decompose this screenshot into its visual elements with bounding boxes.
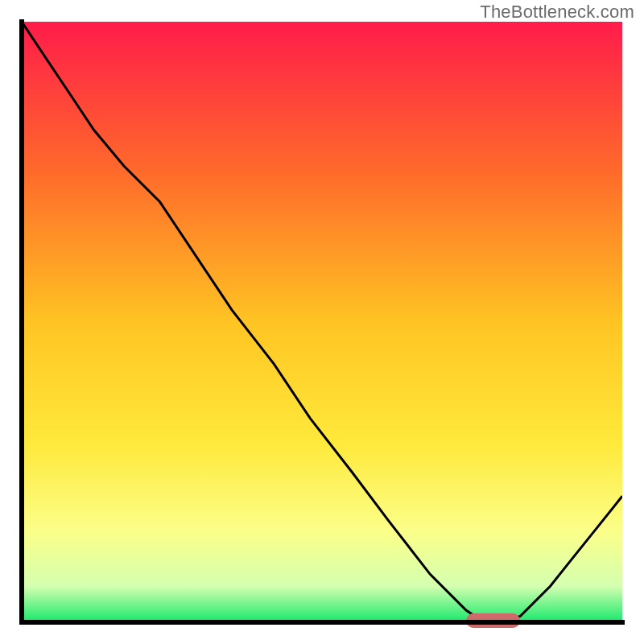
bottleneck-chart: [0, 0, 644, 644]
chart-frame: TheBottleneck.com: [0, 0, 644, 644]
watermark-text: TheBottleneck.com: [480, 2, 634, 23]
plot-background-gradient: [22, 22, 622, 622]
